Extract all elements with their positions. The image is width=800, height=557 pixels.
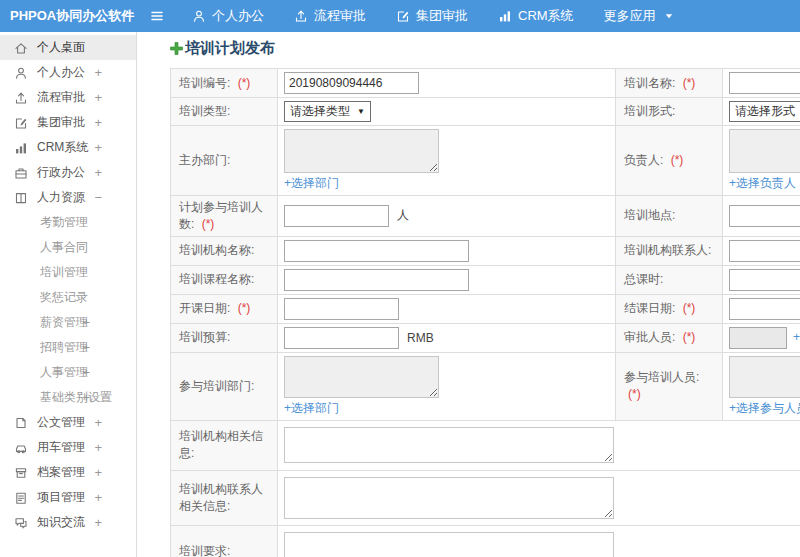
user-icon — [14, 66, 28, 80]
training-org-contact-label: 培训机构联系人: — [616, 237, 723, 265]
training-org-name-label: 培训机构名称: — [171, 237, 278, 265]
host-department-picker[interactable] — [284, 129, 439, 173]
topbar-item-label: 更多应用 — [604, 7, 656, 25]
required-marker: (*) — [671, 153, 684, 167]
approver-select-link[interactable]: +选择审批人员 — [793, 329, 800, 346]
page-header: 培训计划发布 — [170, 38, 800, 58]
sidebar-item-personal-desktop[interactable]: 个人桌面 — [0, 35, 136, 60]
expand-plus-icon[interactable]: + — [94, 90, 102, 105]
approver-input[interactable] — [729, 327, 787, 349]
training-type-select-value: 请选择类型 — [290, 103, 350, 120]
training-budget-unit-label: RMB — [407, 331, 434, 345]
sidebar-item-label: 用车管理 — [37, 439, 85, 456]
expand-plus-icon[interactable]: + — [94, 465, 102, 480]
topbar-item-workflow-approval[interactable]: 流程审批 — [294, 7, 366, 25]
training-no-field-cell — [278, 69, 616, 97]
expand-plus-icon[interactable]: + — [82, 315, 90, 330]
sidebar-item-admin-office[interactable]: 行政办公+ — [0, 160, 136, 185]
sidebar-item-attendance-mgmt[interactable]: 考勤管理 — [0, 210, 136, 235]
training-name-input[interactable] — [729, 72, 800, 94]
participating-departments-select-link[interactable]: +选择部门 — [284, 400, 339, 417]
sidebar-item-group-approval[interactable]: 集团审批+ — [0, 110, 136, 135]
sidebar-item-hr-contract[interactable]: 人事合同 — [0, 235, 136, 260]
training-type-select[interactable]: 请选择类型▼ — [284, 101, 371, 122]
topbar-item-more-apps[interactable]: 更多应用 — [604, 7, 676, 25]
sidebar-item-label: 薪资管理 — [40, 314, 88, 331]
training-org-contact-input[interactable] — [729, 240, 800, 262]
training-requirements-textarea[interactable] — [284, 532, 614, 557]
participating-departments-picker[interactable] — [284, 356, 439, 398]
expand-plus-icon[interactable]: + — [94, 115, 102, 130]
sidebar-item-label: 集团审批 — [37, 114, 85, 131]
sidebar-item-crm-system[interactable]: CRM系统+ — [0, 135, 136, 160]
sidebar-item-workflow-approval[interactable]: 流程审批+ — [0, 85, 136, 110]
participating-persons-picker[interactable] — [729, 356, 800, 398]
training-no-input[interactable] — [284, 72, 419, 94]
topbar-item-crm-system[interactable]: CRM系统 — [498, 7, 574, 25]
training-type-field-cell: 请选择类型▼ — [278, 98, 616, 125]
sidebar-item-knowledge-exchange[interactable]: 知识交流+ — [0, 510, 136, 535]
start-date-label: 开课日期: (*) — [171, 295, 278, 323]
sidebar-item-vehicle-mgmt[interactable]: 用车管理+ — [0, 435, 136, 460]
sidebar-item-salary-mgmt[interactable]: 薪资管理+ — [0, 310, 136, 335]
sidebar-item-document-mgmt[interactable]: 公文管理+ — [0, 410, 136, 435]
leader-picker[interactable] — [729, 129, 800, 173]
training-course-name-input[interactable] — [284, 269, 469, 291]
expand-plus-icon[interactable]: + — [82, 340, 90, 355]
training-org-name-input[interactable] — [284, 240, 469, 262]
expand-plus-icon[interactable]: + — [94, 140, 102, 155]
topbar-item-label: CRM系统 — [518, 7, 574, 25]
training-course-name-label: 培训课程名称: — [171, 266, 278, 294]
sidebar-item-label: 项目管理 — [37, 489, 85, 506]
expand-plus-icon[interactable]: + — [94, 65, 102, 80]
planned-trainees-input[interactable] — [284, 205, 389, 227]
host-department-select-link[interactable]: +选择部门 — [284, 175, 339, 192]
sidebar-item-reward-records[interactable]: 奖惩记录 — [0, 285, 136, 310]
expand-plus-icon[interactable]: + — [82, 390, 90, 405]
planned-trainees-unit-label: 人 — [397, 207, 409, 224]
training-name-field-cell — [723, 69, 800, 97]
training-budget-input[interactable] — [284, 327, 399, 349]
planned-trainees-field-cell: 人 — [278, 196, 616, 236]
form-row: 开课日期: (*)结课日期: (*) — [171, 295, 800, 324]
sidebar: 个人桌面个人办公+流程审批+集团审批+CRM系统+行政办公+人力资源−考勤管理人… — [0, 32, 137, 557]
sidebar-item-label: 基础类别设置 — [40, 389, 112, 406]
approver-label: 审批人员: (*) — [616, 324, 723, 352]
sidebar-item-training-mgmt[interactable]: 培训管理 — [0, 260, 136, 285]
training-form-select[interactable]: 请选择形式▼ — [729, 101, 800, 122]
sidebar-item-base-category-settings[interactable]: 基础类别设置+ — [0, 385, 136, 410]
training-org-contact-field-cell — [723, 237, 800, 265]
add-icon — [170, 42, 183, 55]
expand-plus-icon[interactable]: + — [82, 365, 90, 380]
sidebar-item-personnel-mgmt[interactable]: 人事管理+ — [0, 360, 136, 385]
total-hours-input[interactable] — [729, 269, 800, 291]
sidebar-item-personal-office[interactable]: 个人办公+ — [0, 60, 136, 85]
expand-plus-icon[interactable]: + — [94, 415, 102, 430]
training-location-input[interactable] — [729, 205, 800, 227]
training-org-contact-info-label: 培训机构联系人相关信息: — [171, 471, 278, 525]
sidebar-item-project-mgmt[interactable]: 项目管理+ — [0, 485, 136, 510]
end-date-input[interactable] — [729, 298, 800, 320]
hamburger-menu-icon[interactable] — [150, 9, 164, 23]
training-plan-form: 培训编号: (*)培训名称: (*)培训类型:请选择类型▼培训形式:请选择形式▼… — [170, 68, 800, 557]
expand-plus-icon[interactable]: + — [94, 165, 102, 180]
form-row: 主办部门:+选择部门负责人: (*)+选择负责人 — [171, 126, 800, 196]
topbar-item-group-approval[interactable]: 集团审批 — [396, 7, 468, 25]
sidebar-item-archive-mgmt[interactable]: 档案管理+ — [0, 460, 136, 485]
collapse-minus-icon[interactable]: − — [94, 190, 102, 205]
total-hours-field-cell — [723, 266, 800, 294]
training-org-contact-info-textarea[interactable] — [284, 477, 614, 519]
training-org-info-textarea[interactable] — [284, 427, 614, 463]
sidebar-item-recruitment-mgmt[interactable]: 招聘管理+ — [0, 335, 136, 360]
expand-plus-icon[interactable]: + — [94, 440, 102, 455]
start-date-input[interactable] — [284, 298, 399, 320]
expand-plus-icon[interactable]: + — [94, 490, 102, 505]
topbar-item-personal-office[interactable]: 个人办公 — [192, 7, 264, 25]
training-type-label: 培训类型: — [171, 98, 278, 125]
home-icon — [14, 41, 28, 55]
participating-persons-select-link[interactable]: +选择参与人员 — [729, 400, 800, 417]
sidebar-item-human-resources[interactable]: 人力资源− — [0, 185, 136, 210]
expand-plus-icon[interactable]: + — [94, 515, 102, 530]
leader-select-link[interactable]: +选择负责人 — [729, 175, 796, 192]
form-row: 培训编号: (*)培训名称: (*) — [171, 69, 800, 98]
